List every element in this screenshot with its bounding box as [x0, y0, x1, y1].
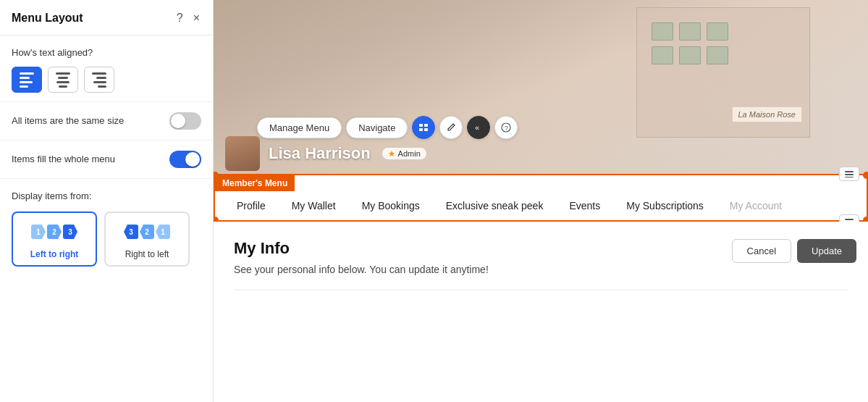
fill-menu-toggle[interactable] — [169, 151, 201, 168]
corner-dot-tr[interactable] — [863, 172, 868, 179]
rtl-block-3: 1 — [156, 225, 170, 239]
ltr-card[interactable]: 1 2 3 Left to right — [12, 212, 97, 267]
fill-menu-toggle-knob — [185, 152, 200, 167]
svg-rect-8 — [845, 171, 854, 172]
align-line-2 — [58, 77, 68, 79]
facade-body: La Maison Rose — [636, 7, 810, 138]
svg-rect-4 — [424, 128, 428, 131]
align-line-1 — [56, 72, 70, 75]
main-content: My Info See your personal info below. Yo… — [214, 222, 868, 305]
panel-header-icons: ? × — [175, 10, 201, 26]
panel-header: Menu Layout ? × — [0, 0, 213, 35]
window-grid — [652, 22, 728, 88]
svg-rect-2 — [424, 124, 428, 127]
ltr-block-2: 2 — [47, 225, 62, 239]
align-right-button[interactable] — [84, 67, 114, 93]
menu-item-profile[interactable]: Profile — [224, 197, 279, 214]
action-buttons: Cancel Update — [732, 239, 856, 263]
building-facade: La Maison Rose — [636, 7, 810, 138]
ltr-block-1: 1 — [31, 225, 46, 239]
panel-title: Menu Layout — [12, 12, 83, 25]
rtl-block-2: 2 — [140, 225, 154, 239]
menu-layout-icon-button[interactable] — [412, 116, 435, 139]
window-2 — [679, 22, 701, 41]
floating-toolbar: Manage Menu Navigate « — [257, 116, 518, 139]
menu-layout-panel: Menu Layout ? × How's text aligned? — [0, 0, 214, 402]
back-icon-button[interactable]: « — [467, 116, 490, 139]
window-3 — [707, 22, 728, 41]
cancel-button[interactable]: Cancel — [732, 239, 791, 263]
same-size-label: All items are the same size — [12, 114, 124, 127]
align-line-3 — [20, 81, 33, 83]
svg-marker-0 — [389, 151, 395, 156]
rtl-seq: 3 2 1 — [124, 225, 170, 239]
window-1 — [652, 22, 673, 41]
svg-rect-3 — [419, 128, 423, 131]
update-button[interactable]: Update — [797, 239, 856, 263]
direction-cards: 1 2 3 Left to right 3 2 1 Right to left — [12, 212, 201, 267]
admin-badge: Admin — [382, 148, 426, 159]
drag-handle-top[interactable] — [839, 167, 859, 181]
question-icon: ? — [501, 122, 511, 133]
window-5 — [679, 46, 701, 64]
close-button[interactable]: × — [192, 10, 201, 26]
rtl-block-1: 3 — [124, 225, 138, 239]
fill-menu-label: Items fill the whole menu — [12, 153, 115, 166]
align-left-button[interactable] — [12, 67, 42, 93]
members-menu-bar: Member's Menu Profile My Wallet My Booki… — [214, 174, 868, 222]
manage-menu-button[interactable]: Manage Menu — [257, 117, 342, 138]
same-size-toggle[interactable] — [169, 112, 201, 130]
rtl-visual: 3 2 1 — [121, 220, 173, 243]
ltr-visual: 1 2 3 — [28, 220, 80, 243]
menu-item-wallet[interactable]: My Wallet — [279, 197, 349, 214]
ltr-label: Left to right — [30, 249, 79, 259]
align-line-2 — [96, 77, 106, 79]
svg-rect-9 — [845, 174, 854, 175]
align-line-4 — [59, 85, 67, 88]
align-line-4 — [98, 85, 106, 88]
svg-rect-10 — [845, 177, 854, 177]
svg-text:?: ? — [505, 125, 508, 132]
profile-bar: Lisa Harrison Admin — [214, 133, 868, 174]
menu-items-row: Profile My Wallet My Bookings Exclusive … — [215, 191, 867, 220]
menu-item-account[interactable]: My Account — [717, 197, 795, 214]
help-button[interactable]: ? — [175, 10, 185, 26]
rtl-label: Right to left — [125, 249, 169, 259]
same-size-row: All items are the same size — [0, 102, 213, 141]
menu-item-events[interactable]: Events — [556, 197, 613, 214]
display-items-section: Display items from: 1 2 3 Left to right … — [0, 179, 213, 275]
align-line-4 — [20, 85, 28, 88]
window-6 — [707, 46, 728, 64]
align-buttons — [12, 67, 201, 93]
back-arrows-icon: « — [473, 122, 484, 133]
menu-item-subscriptions[interactable]: My Subscriptions — [613, 197, 717, 214]
menu-item-sneak-peek[interactable]: Exclusive sneak peek — [433, 197, 557, 214]
window-4 — [652, 46, 673, 64]
align-line-3 — [56, 81, 69, 83]
menu-item-bookings[interactable]: My Bookings — [349, 197, 433, 214]
content-divider — [234, 290, 848, 290]
align-line-3 — [93, 81, 106, 83]
edit-icon — [446, 122, 456, 133]
edit-icon-button[interactable] — [439, 116, 463, 139]
svg-rect-1 — [419, 124, 423, 127]
rtl-card[interactable]: 3 2 1 Right to left — [104, 212, 190, 267]
align-center-button[interactable] — [48, 67, 78, 93]
admin-label: Admin — [398, 149, 421, 158]
members-menu-label: Member's Menu — [215, 175, 295, 191]
sign-box: La Maison Rose — [732, 106, 803, 122]
profile-name: Lisa Harrison — [269, 144, 371, 163]
hero-area: La Maison Rose Lisa Harrison Admin Manag… — [214, 0, 868, 174]
align-center-icon — [53, 70, 73, 91]
align-line-2 — [20, 77, 30, 79]
layout-icon — [418, 122, 429, 133]
ltr-block-3: 3 — [63, 225, 77, 239]
same-size-toggle-knob — [171, 114, 185, 128]
display-items-label: Display items from: — [12, 190, 201, 201]
navigate-button[interactable]: Navigate — [346, 117, 408, 138]
help-icon-button[interactable]: ? — [494, 116, 518, 139]
align-left-icon — [17, 70, 37, 91]
right-content: La Maison Rose Lisa Harrison Admin Manag… — [214, 0, 868, 402]
text-align-label: How's text aligned? — [12, 47, 201, 58]
align-line-1 — [20, 72, 34, 75]
